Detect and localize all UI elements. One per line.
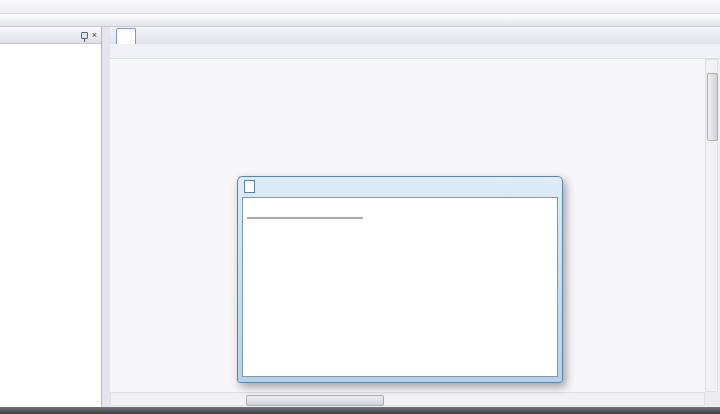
menu-bar bbox=[0, 0, 720, 14]
horizontal-scrollbar[interactable] bbox=[110, 392, 705, 406]
pin-icon[interactable] bbox=[81, 32, 88, 39]
sidebar-header: × bbox=[0, 27, 101, 44]
company-property-grid bbox=[247, 217, 363, 219]
dialog-title-bar[interactable] bbox=[238, 177, 562, 196]
dialog-company-info bbox=[237, 176, 563, 383]
main-toolbar bbox=[0, 14, 720, 27]
vertical-scroll-thumb[interactable] bbox=[707, 73, 718, 141]
taskbar-edge bbox=[0, 407, 720, 414]
nav-tree bbox=[0, 44, 101, 47]
dialog-client-area bbox=[242, 197, 558, 377]
chart-toolbar bbox=[110, 44, 720, 59]
app-window: × bbox=[0, 0, 720, 414]
splitter[interactable] bbox=[102, 27, 110, 407]
close-icon[interactable]: × bbox=[92, 31, 97, 40]
vertical-scrollbar[interactable] bbox=[705, 59, 718, 392]
tab-orgchart[interactable] bbox=[116, 28, 136, 44]
tab-strip bbox=[110, 27, 720, 44]
sidebar: × bbox=[0, 27, 102, 407]
dialog-tabs bbox=[243, 198, 557, 215]
horizontal-scroll-thumb[interactable] bbox=[246, 395, 384, 406]
form-icon bbox=[244, 180, 255, 193]
scrollbar-corner bbox=[705, 392, 720, 406]
